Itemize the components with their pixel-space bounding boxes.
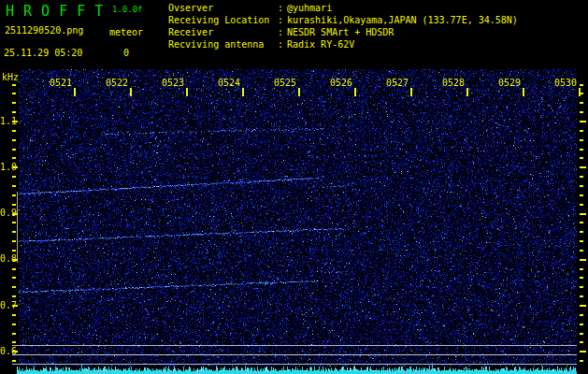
freq-tick-minor: [12, 360, 16, 362]
freq-tick-minor: [12, 102, 16, 104]
freq-tick-label: 1.1: [0, 116, 11, 127]
freq-tick-major: [580, 351, 586, 352]
info-value: NESDR SMArt + HDSDR: [287, 26, 394, 38]
freq-tick-minor: [12, 341, 16, 343]
time-tick-label: 0526: [330, 78, 352, 88]
freq-tick-minor: [580, 295, 583, 297]
freq-tick-minor: [12, 268, 16, 270]
observer-info-block: Ovserver:@yuhmariReceiving Location:kura…: [168, 2, 518, 50]
meteor-label: meteor: [109, 27, 143, 37]
info-label: Receiver: [168, 26, 278, 38]
freq-tick-major: [12, 121, 18, 122]
freq-tick-minor: [580, 314, 583, 316]
freq-tick-minor: [580, 231, 583, 233]
datetime-label: 25.11.29 05:20: [4, 48, 82, 58]
minute-tick: [298, 88, 300, 96]
y-axis-unit-label: kHz: [2, 72, 19, 82]
freq-tick-major: [12, 259, 18, 261]
app-title: H R O F F T: [6, 3, 104, 20]
freq-tick-minor: [12, 84, 16, 86]
freq-tick-major: [580, 121, 586, 122]
freq-tick-minor: [12, 324, 16, 325]
minute-tick: [186, 88, 188, 96]
time-tick-label: 0522: [106, 78, 128, 88]
freq-tick-minor: [12, 111, 16, 113]
freq-tick-minor: [580, 250, 583, 252]
freq-tick-minor: [580, 360, 583, 362]
freq-tick-minor: [580, 204, 583, 206]
freq-tick-label: 0.9: [0, 208, 11, 219]
freq-tick-minor: [12, 204, 16, 206]
info-colon: :: [278, 26, 287, 38]
info-value: Radix RY-62V: [287, 38, 354, 50]
freq-tick-minor: [580, 286, 583, 288]
freq-tick-minor: [12, 250, 16, 252]
hrofft-output-window: H R O F F T 1.0.0f 2511290520.png meteor…: [0, 0, 588, 374]
time-tick-label: 0527: [386, 78, 409, 88]
freq-tick-major: [580, 213, 586, 215]
minute-tick: [410, 88, 412, 96]
minute-tick: [466, 88, 468, 96]
freq-tick-major: [580, 305, 586, 307]
time-tick-label: 0528: [442, 78, 465, 88]
freq-tick-minor: [12, 231, 16, 233]
freq-tick-minor: [580, 222, 583, 223]
freq-tick-minor: [580, 185, 583, 187]
freq-tick-minor: [12, 139, 16, 141]
time-tick-label: 0523: [162, 78, 184, 88]
freq-tick-major: [12, 213, 18, 215]
info-label: Ovserver: [168, 2, 278, 14]
freq-tick-minor: [12, 314, 16, 316]
freq-tick-major: [580, 259, 586, 261]
freq-tick-major: [12, 166, 18, 168]
info-label: Receiving Location: [168, 14, 278, 26]
freq-tick-minor: [580, 176, 583, 178]
info-colon: :: [278, 14, 287, 26]
freq-tick-minor: [12, 176, 16, 178]
time-tick-label: 0529: [498, 78, 521, 88]
info-colon: :: [278, 38, 287, 50]
minute-tick: [354, 88, 356, 96]
info-value: @yuhmari: [287, 2, 332, 14]
minute-tick: [242, 88, 244, 96]
freq-tick-minor: [12, 222, 16, 223]
freq-tick-label: 0.7: [0, 300, 11, 311]
app-version: 1.0.0f: [112, 5, 143, 14]
minute-tick: [130, 88, 132, 96]
freq-tick-minor: [580, 341, 583, 343]
freq-tick-minor: [12, 277, 16, 279]
freq-tick-minor: [12, 157, 16, 159]
freq-tick-minor: [580, 130, 583, 132]
info-label: Recviving antenna: [168, 38, 278, 50]
freq-tick-minor: [580, 324, 583, 325]
freq-tick-minor: [12, 333, 16, 335]
freq-tick-minor: [12, 130, 16, 132]
freq-tick-minor: [12, 185, 16, 187]
info-row: Recviving antenna:Radix RY-62V: [168, 38, 518, 50]
freq-tick-minor: [580, 277, 583, 279]
freq-tick-minor: [580, 268, 583, 270]
freq-tick-minor: [12, 240, 16, 242]
freq-tick-minor: [12, 149, 16, 151]
freq-tick-minor: [580, 149, 583, 151]
info-row: Receiver:NESDR SMArt + HDSDR: [168, 26, 518, 38]
minute-tick: [74, 88, 76, 96]
freq-tick-minor: [12, 286, 16, 288]
spectrogram-canvas: [12, 69, 577, 374]
freq-tick-minor: [580, 194, 583, 196]
info-row: Receiving Location:kurashiki,Okayama,JAP…: [168, 14, 518, 26]
time-tick-label: 0530: [554, 78, 577, 88]
freq-tick-minor: [580, 157, 583, 159]
freq-tick-minor: [12, 295, 16, 297]
freq-tick-minor: [580, 102, 583, 104]
time-tick-label: 0521: [50, 78, 72, 88]
info-value: kurashiki,Okayama,JAPAN (133.77E, 34.58N…: [287, 14, 518, 26]
freq-tick-minor: [580, 333, 583, 335]
info-colon: :: [278, 2, 287, 14]
freq-tick-label: 1.0: [0, 162, 11, 173]
time-tick-label: 0524: [218, 78, 240, 88]
freq-tick-major: [580, 166, 586, 168]
time-tick-label: 0525: [274, 78, 296, 88]
freq-tick-minor: [580, 139, 583, 141]
freq-tick-minor: [580, 240, 583, 242]
